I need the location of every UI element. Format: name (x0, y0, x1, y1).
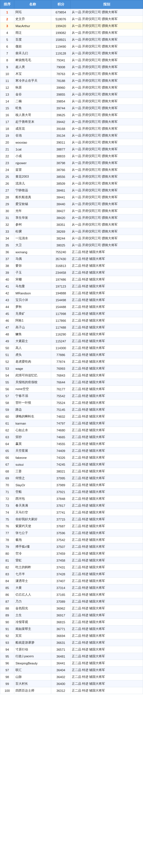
rank-cell: 35 (0, 242, 14, 249)
table-row: 77张七公子37596正二品 特进 辅国大将军 (0, 530, 143, 536)
table-row: 15旺鱼39744从一品 开府仪同三司 骠骑大将军 (0, 105, 143, 112)
score-cell: 199082 (51, 29, 70, 36)
table-row: 85大黄37314正二品 特进 辅国大将军 (0, 585, 143, 591)
score-cell: 37314 (51, 585, 70, 591)
name-cell: suisui (14, 461, 51, 468)
rank-cell: 50 (0, 345, 14, 351)
name-cell: 雨泛 (14, 29, 51, 36)
table-row: 71空船37921正二品 特进 辅国大将军 (0, 489, 143, 495)
table-row: 17起于善终至末39442从一品 开府仪同三司 骠骑大将军 (0, 119, 143, 125)
name-cell: 大黄 (14, 585, 51, 591)
table-row: 11寒冷并止在乎天78188从一品 开府仪同三司 骠骑大将军 (0, 78, 143, 84)
table-row: 45无畏矿117998正二品 特进 辅国大将军 (0, 310, 143, 317)
category-cell: 从一品 开府仪同三司 骠骑大将军 (70, 78, 143, 84)
table-row: 52老虎爱吃肉77874正二品 特进 辅国大将军 (0, 358, 143, 365)
score-cell: 37507 (51, 544, 70, 550)
rank-cell: 18 (0, 125, 14, 132)
table-row: 41马包量197123正二品 特进 辅国大将军 (0, 283, 143, 290)
rank-cell: 22 (0, 153, 14, 160)
name-cell: 宾宾 (14, 632, 51, 639)
rank-cell: 60 (0, 413, 14, 420)
name-cell: 无畏矿 (14, 310, 51, 317)
table-row: 92宾宾36694正二品 特进 辅国大将军 (0, 632, 143, 639)
table-row: 69何惜之37995正二品 特进 辅国大将军 (0, 475, 143, 482)
category-cell: 正二品 特进 辅国大将军 (70, 406, 143, 413)
category-cell: 正二品 特进 辅国大将军 (70, 372, 143, 379)
score-cell: 39744 (51, 105, 70, 112)
rank-cell: 52 (0, 358, 14, 365)
name-cell: 苦叶一叶恨 (14, 399, 51, 406)
table-row: 78羲泡37542正二品 特进 辅国大将军 (0, 536, 143, 544)
name-cell: 鳜鱼 (14, 331, 51, 338)
category-cell: 从一品 开府仪同三司 骠骑大将军 (70, 139, 143, 146)
rank-cell: 71 (0, 489, 14, 495)
score-cell: 199420 (51, 23, 70, 29)
rank-cell: 11 (0, 78, 14, 84)
rank-cell: 9 (0, 64, 14, 70)
score-cell: 38766 (51, 166, 70, 173)
category-cell: 正二品 特进 辅国大将军 (70, 482, 143, 489)
rank-cell: 63 (0, 434, 14, 440)
rank-cell: 49 (0, 338, 14, 345)
table-row: 14二楠39854从一品 开府仪同三司 骠骑大将军 (0, 98, 143, 105)
table-row: 2史文乔518076从一品 开府仪同三司 骠骑大将军 (0, 16, 143, 23)
name-cell: 蓝雷 (14, 166, 51, 173)
category-cell: 正二品 特进 辅国大将军 (70, 351, 143, 358)
name-cell: MacArthur (14, 23, 51, 29)
score-cell: 316813 (51, 262, 70, 269)
rank-cell: 10 (0, 70, 14, 78)
name-cell: SleepingBeauty (14, 660, 51, 667)
name-cell: 大素菇士 (14, 338, 51, 345)
name-cell: 空冷 (14, 550, 51, 557)
rank-cell: 95 (0, 653, 14, 660)
table-row: 42MRandson194888正二品 特进 辅国大将军 (0, 290, 143, 297)
rank-cell: 98 (0, 674, 14, 680)
score-cell: 38798 (51, 160, 70, 166)
score-cell: 38269 (51, 228, 70, 235)
name-cell: 船长船道真 (14, 194, 51, 201)
table-row: 53wage76993正二品 特进 辅国大将军 (0, 365, 143, 372)
table-row: 72西河包37848正二品 特进 辅国大将军 (0, 495, 143, 502)
category-cell: 从一品 开府仪同三司 骠骑大将军 (70, 153, 143, 160)
name-cell: 子玉 (14, 269, 51, 276)
category-cell: 正二品 特进 辅国大将军 (70, 269, 143, 276)
category-cell: 正二品 特进 辅国大将军 (70, 440, 143, 447)
score-cell: 38461 (51, 187, 70, 194)
score-cell: 75524 (51, 399, 70, 406)
table-row: 80空冷37459正二品 特进 辅国大将军 (0, 550, 143, 557)
table-row: 33杜骥38269从一品 开府仪同三司 骠骑大将军 (0, 228, 143, 235)
rank-cell: 31 (0, 214, 14, 221)
score-cell: 119490 (51, 43, 70, 50)
name-cell: 柴禾儿们 (14, 50, 51, 57)
score-cell: 78763 (51, 70, 70, 78)
rank-cell: 78 (0, 536, 14, 544)
name-cell: 高子山 (14, 324, 51, 331)
rank-cell: 34 (0, 235, 14, 242)
score-cell: 75145 (51, 406, 70, 413)
score-cell: 36481 (51, 653, 70, 660)
rank-cell: 21 (0, 146, 14, 153)
score-cell: 38509 (51, 180, 70, 187)
table-row: 24蓝雷38766从一品 开府仪同三司 骠骑大将军 (0, 166, 143, 173)
name-cell: 起于善终至末 (14, 119, 51, 125)
category-cell: 从一品 开府仪同三司 骠骑大将军 (70, 16, 143, 23)
category-cell: 从一品 开府仪同三司 骠骑大将军 (70, 173, 143, 180)
rank-cell: 12 (0, 84, 14, 91)
name-cell: 春天美满 (14, 502, 51, 509)
col-score: 积分 (51, 0, 70, 9)
category-cell: 正二品 特进 辅国大将军 (70, 475, 143, 482)
table-row: 46阿栋1117866正二品 特进 辅国大将军 (0, 317, 143, 324)
table-row: 19谷池39134从一品 开府仪同三司 骠骑大将军 (0, 132, 143, 139)
name-cell: 老虎爱吃肉 (14, 358, 51, 365)
name-cell: 乃力 (14, 598, 51, 605)
category-cell: 正二品 特进 辅国大将军 (70, 297, 143, 304)
name-cell: 何惜之 (14, 475, 51, 482)
rank-cell: 4 (0, 29, 14, 36)
table-row: 73春天美满37817正二品 特进 辅国大将军 (0, 502, 143, 509)
rank-cell: 47 (0, 324, 14, 331)
score-cell: 39442 (51, 119, 70, 125)
name-cell: 笑吵 (14, 434, 51, 440)
table-row: 50高人114300正二品 特进 辅国大将军 (0, 345, 143, 351)
rank-cell: 51 (0, 351, 14, 358)
table-row: 91南如菜帮主36771正二品 特进 辅国大将军 (0, 626, 143, 632)
